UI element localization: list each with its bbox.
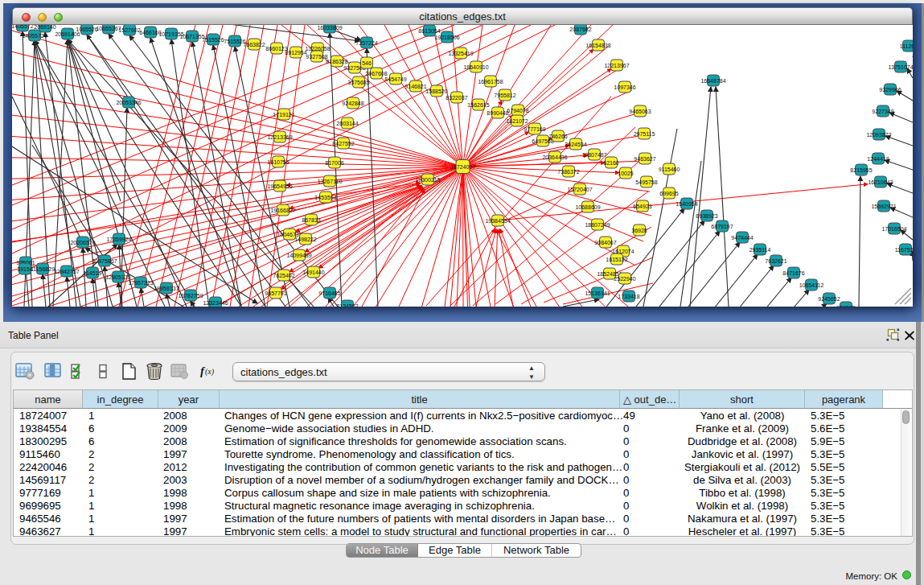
svg-text:111260: 111260 (900, 43, 913, 49)
svg-text:1527602: 1527602 (118, 27, 140, 33)
svg-text:17359924: 17359924 (106, 237, 131, 242)
svg-text:16154838: 16154838 (585, 43, 610, 48)
svg-text:12093872: 12093872 (866, 132, 891, 138)
svg-text:10671355: 10671355 (179, 34, 204, 39)
svg-text:546: 546 (362, 60, 372, 66)
svg-text:5495758: 5495758 (635, 179, 657, 185)
svg-text:6497568: 6497568 (532, 138, 553, 144)
svg-text:16782759: 16782759 (178, 293, 203, 299)
svg-text:1588520: 1588520 (425, 89, 447, 94)
svg-text:15720407: 15720407 (567, 187, 592, 192)
svg-text:1244419: 1244419 (867, 156, 889, 162)
svg-text:1610755: 1610755 (267, 159, 289, 165)
svg-text:20691406: 20691406 (55, 31, 80, 37)
svg-text:1405572: 1405572 (12, 25, 34, 29)
svg-text:1491440: 1491440 (302, 270, 324, 275)
svg-text:7663822: 7663822 (243, 42, 265, 47)
svg-text:10025: 10025 (618, 171, 634, 176)
svg-text:2967608: 2967608 (365, 71, 387, 76)
svg-text:19218506: 19218506 (434, 35, 459, 40)
svg-text:7625402: 7625402 (273, 273, 294, 278)
svg-text:746266: 746266 (548, 134, 567, 139)
svg-text:11156829: 11156829 (31, 266, 55, 272)
svg-text:9084067: 9084067 (594, 240, 616, 245)
svg-text:8124502: 8124502 (336, 303, 358, 307)
svg-text:9146821: 9146821 (405, 84, 426, 89)
svg-text:8454749: 8454749 (384, 76, 406, 82)
svg-text:654923: 654923 (633, 204, 651, 209)
svg-text:867833: 867833 (302, 217, 320, 223)
svg-text:15136141: 15136141 (585, 290, 610, 296)
svg-text:10807487: 10807487 (581, 152, 606, 158)
svg-text:8938923: 8938923 (696, 213, 717, 219)
svg-text:9242848: 9242848 (342, 101, 363, 106)
svg-text:2069140: 2069140 (34, 25, 55, 30)
svg-text:2935114: 2935114 (749, 247, 771, 253)
svg-text:7515526: 7515526 (202, 37, 224, 43)
svg-text:12213967: 12213967 (604, 63, 629, 68)
svg-text:2803144: 2803144 (336, 121, 358, 126)
svg-text:9245652: 9245652 (818, 296, 840, 302)
svg-text:699695: 699695 (659, 191, 678, 196)
svg-text:13751074: 13751074 (888, 64, 913, 70)
svg-text:16961758: 16961758 (478, 79, 503, 84)
svg-text:1733418: 1733418 (618, 294, 639, 299)
svg-text:7357224: 7357224 (355, 40, 377, 46)
svg-text:9716485: 9716485 (318, 290, 340, 296)
svg-text:6794078: 6794078 (507, 108, 528, 113)
svg-text:30975867: 30975867 (92, 258, 117, 264)
svg-text:1562615: 1562615 (467, 102, 489, 108)
svg-text:12213369: 12213369 (267, 134, 292, 140)
svg-text:817006: 817006 (325, 160, 343, 166)
svg-text:3624534: 3624534 (565, 142, 586, 147)
svg-text:8613054: 8613054 (418, 28, 440, 34)
svg-text:7632621: 7632621 (765, 258, 786, 264)
svg-text:8427552: 8427552 (332, 141, 354, 146)
svg-text:16210643: 16210643 (868, 179, 893, 185)
svg-text:20206576: 20206576 (70, 240, 95, 245)
svg-text:1065526: 1065526 (76, 27, 97, 32)
svg-text:9115460: 9115460 (659, 167, 680, 172)
svg-text:9327508: 9327508 (306, 54, 327, 60)
svg-text:13325419: 13325419 (448, 51, 473, 56)
svg-text:17957223: 17957223 (128, 280, 153, 286)
svg-text:7955812: 7955812 (494, 93, 515, 98)
svg-text:8912954: 8912954 (285, 50, 306, 56)
svg-text:10688609: 10688609 (575, 204, 600, 210)
svg-text:(x): (x) (205, 367, 215, 377)
svg-text:62160: 62160 (603, 160, 619, 166)
svg-text:7386372: 7386372 (557, 169, 579, 175)
svg-text:924565: 924565 (836, 305, 855, 307)
svg-text:17016504: 17016504 (881, 226, 906, 232)
svg-text:2975115: 2975115 (634, 131, 655, 137)
svg-text:19654955: 19654955 (267, 183, 292, 189)
svg-text:13267110: 13267110 (318, 179, 343, 184)
svg-text:20364436: 20364436 (542, 154, 567, 160)
svg-text:16648784: 16648784 (700, 78, 725, 84)
svg-text:18724007: 18724007 (450, 164, 475, 170)
svg-text:9329966: 9329966 (879, 87, 901, 93)
svg-text:9474444: 9474444 (731, 235, 753, 241)
svg-text:14099489: 14099489 (286, 253, 311, 258)
svg-text:1615132: 1615132 (606, 257, 627, 262)
svg-text:9463627: 9463627 (634, 156, 655, 162)
svg-text:19166827: 19166827 (270, 208, 295, 213)
svg-text:9227349: 9227349 (872, 109, 893, 114)
svg-text:19300215: 19300215 (415, 177, 440, 183)
svg-text:3375685: 3375685 (347, 80, 369, 85)
svg-text:18640910: 18640910 (463, 64, 488, 70)
svg-text:1621072: 1621072 (506, 118, 528, 124)
svg-text:12942757: 12942757 (54, 269, 79, 274)
svg-text:12323446: 12323446 (203, 300, 228, 306)
svg-text:8990448: 8990448 (487, 110, 508, 116)
svg-text:12905135: 12905135 (105, 274, 130, 280)
svg-text:15692971: 15692971 (871, 204, 896, 209)
svg-text:14055724: 14055724 (22, 33, 47, 39)
svg-text:6879197: 6879197 (711, 224, 733, 229)
svg-text:1097346: 1097346 (614, 84, 635, 90)
svg-text:2522940: 2522940 (614, 276, 635, 282)
svg-text:1498222: 1498222 (294, 237, 316, 242)
svg-text:1167534: 1167534 (895, 247, 913, 253)
svg-text:10958137: 10958137 (154, 286, 179, 291)
svg-text:10655267: 10655267 (96, 26, 121, 31)
